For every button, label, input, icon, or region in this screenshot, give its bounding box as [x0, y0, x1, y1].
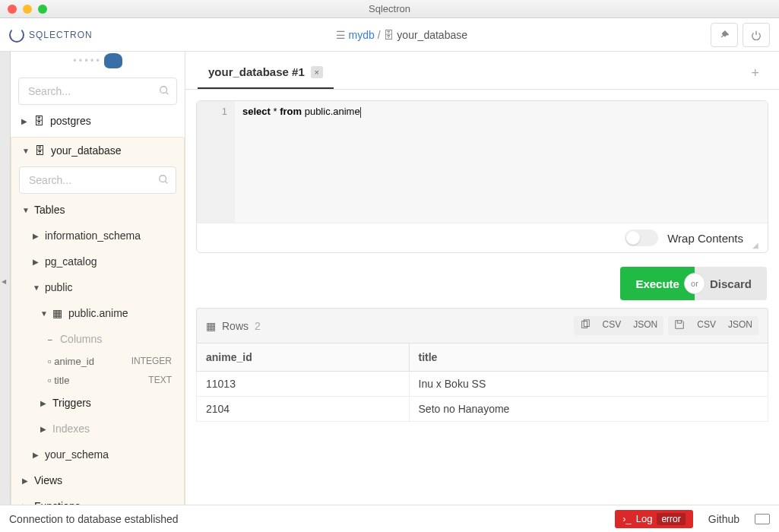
schema-search: [19, 166, 176, 194]
tab-active[interactable]: your_database #1 ×: [198, 58, 334, 89]
window-titlebar: Sqlectron: [0, 0, 779, 18]
results-table: anime_id title 11013Inu x Boku SS 2104Se…: [196, 343, 768, 422]
chevron-right-icon: ▶: [40, 425, 46, 433]
error-badge: error: [657, 513, 685, 525]
columns-header[interactable]: –Columns: [11, 326, 184, 352]
chevron-down-icon: ▼: [40, 309, 46, 318]
app-logo: SQLECTRON: [9, 27, 93, 43]
chevron-down-icon: ▼: [33, 283, 39, 292]
copy-csv-button[interactable]: CSV: [597, 316, 628, 335]
column-header[interactable]: anime_id: [197, 344, 410, 372]
postgres-icon: [104, 53, 122, 68]
chevron-dash-icon: –: [48, 335, 54, 344]
save-json-button[interactable]: JSON: [722, 316, 758, 335]
database-icon: 🗄: [33, 115, 44, 127]
power-button[interactable]: [743, 23, 770, 47]
wrap-label: Wrap Contents: [667, 232, 743, 245]
table-row[interactable]: 2104Seto no Hanayome: [197, 397, 768, 422]
chevron-right-icon: ▶: [22, 477, 28, 485]
search-icon: [158, 174, 169, 187]
sidebar: • • • • • ▶🗄postgres ▼🗄your_database ▼Ta…: [11, 52, 185, 505]
rows-count: 2: [255, 320, 261, 332]
rows-label: Rows: [222, 320, 249, 332]
log-button[interactable]: ›_ Log error: [615, 510, 693, 528]
brand-text: SQLECTRON: [29, 30, 93, 40]
schema-your-schema[interactable]: ▶your_schema: [11, 442, 184, 467]
section-tables[interactable]: ▼Tables: [11, 197, 184, 223]
copy-button[interactable]: [574, 316, 597, 335]
chevron-down-icon: ▼: [22, 206, 28, 214]
save-csv-button[interactable]: CSV: [691, 316, 722, 335]
results-header: ▦ Rows 2 CSV JSON CSV JSON: [196, 308, 768, 343]
sql-editor[interactable]: 1 select * from public.anime: [197, 101, 768, 223]
minimize-window-icon[interactable]: [23, 5, 32, 14]
traffic-lights: [8, 5, 47, 14]
terminal-icon: ›_: [622, 513, 632, 524]
wrap-toggle[interactable]: [625, 230, 658, 246]
github-link[interactable]: Github: [708, 513, 739, 525]
server-icon: ☰: [336, 29, 346, 41]
chevron-right-icon: ▶: [33, 232, 39, 240]
save-icon: [674, 319, 685, 330]
svg-point-0: [160, 87, 167, 93]
breadcrumb: ☰ mydb / 🗄 your_database: [93, 29, 711, 41]
search-input[interactable]: [18, 78, 177, 105]
top-toolbar: SQLECTRON ☰ mydb / 🗄 your_database: [0, 18, 779, 52]
keyboard-icon[interactable]: [755, 514, 770, 524]
query-actions: Execute or Discard: [185, 259, 779, 308]
indexes-header[interactable]: ▶Indexes: [11, 416, 184, 442]
tab-close-icon[interactable]: ×: [311, 66, 323, 78]
column-icon: ▫: [48, 356, 52, 367]
query-editor-panel: 1 select * from public.anime Wrap Conten…: [196, 100, 768, 253]
plug-icon: [719, 30, 730, 40]
close-window-icon[interactable]: [8, 5, 17, 14]
database-item-your-database[interactable]: ▼🗄your_database: [11, 138, 184, 163]
chevron-right-icon: ▶: [21, 117, 27, 125]
database-icon: 🗄: [34, 144, 45, 157]
status-bar: Connection to database established ›_ Lo…: [0, 505, 779, 532]
table-row[interactable]: 11013Inu x Boku SS: [197, 372, 768, 397]
breadcrumb-server[interactable]: mydb: [349, 29, 375, 41]
section-functions[interactable]: ▶Functions: [11, 493, 184, 505]
triggers-header[interactable]: ▶Triggers: [11, 390, 184, 416]
column-header[interactable]: title: [409, 344, 768, 372]
chevron-right-icon: ▶: [33, 451, 39, 459]
section-views[interactable]: ▶Views: [11, 467, 184, 493]
search-icon: [159, 85, 169, 99]
column-anime-id: ▫ anime_idINTEGER: [11, 352, 184, 371]
maximize-window-icon[interactable]: [38, 5, 47, 14]
table-icon: ▦: [52, 307, 62, 319]
query-tabs: your_database #1 × +: [185, 52, 779, 90]
column-title: ▫ titleTEXT: [11, 371, 184, 390]
breadcrumb-database[interactable]: your_database: [397, 29, 467, 41]
copy-json-button[interactable]: JSON: [627, 316, 663, 335]
or-divider: or: [684, 273, 705, 294]
schema-information-schema[interactable]: ▶information_schema: [11, 223, 184, 249]
chevron-right-icon: ▶: [40, 399, 46, 407]
content-area: your_database #1 × + 1 select * from pub…: [185, 52, 779, 505]
code-area[interactable]: select * from public.anime: [235, 101, 768, 223]
copy-icon: [580, 319, 591, 330]
sidebar-collapse-handle[interactable]: [0, 52, 11, 505]
svg-point-1: [160, 176, 166, 182]
line-gutter: 1: [197, 101, 235, 223]
status-message: Connection to database established: [9, 513, 179, 525]
resize-handle-icon[interactable]: ◢: [752, 241, 758, 249]
schema-public[interactable]: ▼public: [11, 274, 184, 300]
column-icon: ▫: [48, 375, 52, 386]
tab-label: your_database #1: [208, 65, 305, 78]
logo-icon: [9, 27, 24, 43]
schema-search-input[interactable]: [19, 166, 176, 194]
save-button[interactable]: [668, 316, 691, 335]
tab-add-button[interactable]: +: [743, 61, 767, 86]
discard-button[interactable]: Discard: [695, 267, 767, 300]
disconnect-button[interactable]: [711, 23, 738, 47]
database-icon: 🗄: [383, 29, 394, 41]
table-public-anime[interactable]: ▼▦public.anime: [11, 300, 184, 326]
editor-footer: Wrap Contents ◢: [197, 223, 768, 252]
breadcrumb-sep: /: [378, 29, 381, 41]
database-item-postgres[interactable]: ▶🗄postgres: [11, 108, 185, 134]
window-title: Sqlectron: [369, 3, 410, 14]
schema-pg-catalog[interactable]: ▶pg_catalog: [11, 249, 184, 274]
table-icon: ▦: [206, 320, 216, 332]
